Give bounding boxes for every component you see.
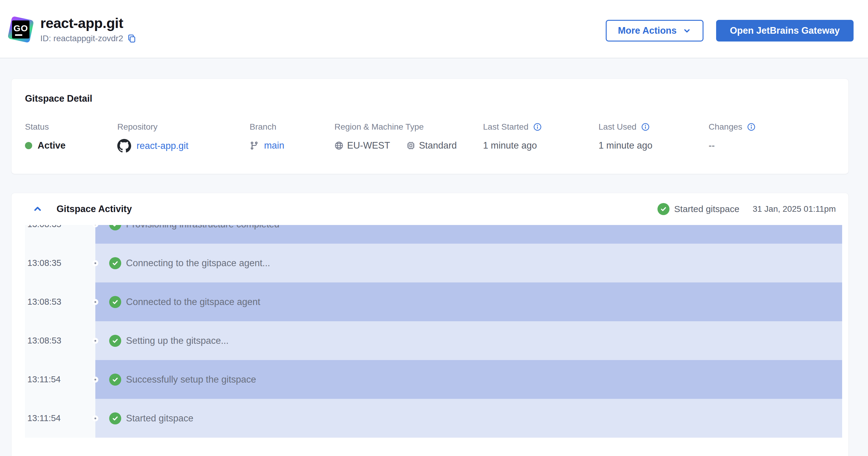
success-check-icon [109,225,121,231]
field-changes: Changes -- [709,122,836,153]
status-value: Active [38,140,66,151]
log-message: Connecting to the gitspace agent... [126,258,270,269]
field-repository: Repository react-app.git [117,122,250,153]
logo-underscore [15,34,22,36]
open-jetbrains-gateway-button[interactable]: Open JetBrains Gateway [716,20,854,41]
branch-link[interactable]: main [264,140,284,151]
logo-text: GO [13,23,28,33]
log-timestamp: 13:08:53 [25,282,95,321]
field-status: Status Active [25,122,117,153]
log-message: Started gitspace [126,413,193,424]
last-used-label: Last Used [598,122,637,132]
gitspace-activity-card: Gitspace Activity Started gitspace 31 Ja… [11,193,848,456]
git-branch-icon [250,141,259,150]
activity-title: Gitspace Activity [57,204,132,214]
changes-label: Changes [709,122,742,132]
log-timestamp: 13:08:35 [25,244,95,282]
collapse-chevron-up-icon[interactable] [32,204,43,214]
activity-log-viewport[interactable]: 13:08:35 Provisioning infrastructure com… [25,225,842,438]
activity-status: Started gitspace [657,203,740,215]
last-started-label: Last Started [483,122,528,132]
log-marker-dot [92,260,98,266]
changes-value: -- [709,140,715,151]
log-message: Provisioning infrastructure completed [126,225,279,230]
more-actions-button[interactable]: More Actions [606,20,704,41]
field-last-used: Last Used 1 minute ago [598,122,709,153]
log-marker-dot [92,338,98,344]
brand: GO react-app.git ID: reactappgit-zovdr2 [8,15,136,43]
logo-square: GO [12,21,29,38]
status-active-dot [25,142,32,149]
success-check-icon [657,203,670,215]
log-marker-dot [92,416,98,421]
log-row: 13:08:53 Connected to the gitspace agent [25,282,842,321]
region-machine-label: Region & Machine Type [335,122,483,132]
success-check-icon [109,413,121,424]
activity-status-time: 31 Jan, 2025 01:11pm [752,204,836,214]
field-last-started: Last Started 1 minute ago [483,122,598,153]
log-message: Connected to the gitspace agent [126,297,260,307]
log-timestamp: 13:11:54 [25,399,95,438]
success-check-icon [109,373,121,386]
log-marker-dot [92,376,98,383]
log-row: 13:08:35 Connecting to the gitspace agen… [25,244,842,282]
repository-link[interactable]: react-app.git [136,141,188,151]
log-message: Successfully setup the gitspace [126,374,256,385]
field-branch: Branch main [250,122,335,153]
log-marker-dot [92,299,98,305]
globe-icon [335,141,343,150]
detail-fields: Status Active Repository react-app.git B… [11,104,848,153]
open-gateway-label: Open JetBrains Gateway [730,25,840,36]
info-icon[interactable] [747,123,755,131]
detail-card-title: Gitspace Detail [11,79,848,104]
activity-header: Gitspace Activity Started gitspace 31 Ja… [11,193,848,225]
log-row: 13:11:54 Successfully setup the gitspace [25,360,842,399]
branch-label: Branch [250,122,335,132]
info-icon[interactable] [641,123,650,131]
success-check-icon [109,296,121,308]
header-actions: More Actions Open JetBrains Gateway [606,20,854,41]
log-timestamp: 13:11:54 [25,360,95,399]
gitspace-id-row: ID: reactappgit-zovdr2 [40,34,136,43]
gitspace-detail-card: Gitspace Detail Status Active Repository… [11,79,848,174]
github-icon [117,139,131,153]
success-check-icon [109,257,121,269]
log-row: 13:11:54 Started gitspace [25,399,842,438]
title-block: react-app.git ID: reactappgit-zovdr2 [40,15,136,43]
region-value: EU-WEST [347,140,390,151]
log-message: Setting up the gitspace... [126,335,228,346]
copy-id-icon[interactable] [127,34,136,43]
info-icon[interactable] [533,123,542,131]
last-started-value: 1 minute ago [483,140,537,151]
machine-chip-icon [406,141,415,150]
status-label: Status [25,122,117,132]
field-region-machine: Region & Machine Type EU-WEST [335,122,483,153]
activity-status-label: Started gitspace [674,204,740,214]
success-check-icon [109,335,121,347]
gitspace-id: ID: reactappgit-zovdr2 [40,34,123,43]
repository-label: Repository [117,122,250,132]
more-actions-label: More Actions [618,25,677,36]
machine-type-value: Standard [419,140,457,151]
log-row: 13:08:53 Setting up the gitspace... [25,321,842,360]
page-header: GO react-app.git ID: reactappgit-zovdr2 … [0,0,868,58]
last-used-value: 1 minute ago [598,140,652,151]
log-timestamp: 13:08:35 [25,225,95,244]
activity-log: 13:08:35 Provisioning infrastructure com… [25,225,842,438]
chevron-down-icon [683,27,691,35]
log-row: 13:08:35 Provisioning infrastructure com… [25,225,842,244]
log-timestamp: 13:08:53 [25,321,95,360]
page-title: react-app.git [40,15,136,31]
goland-logo-icon: GO [8,17,33,42]
